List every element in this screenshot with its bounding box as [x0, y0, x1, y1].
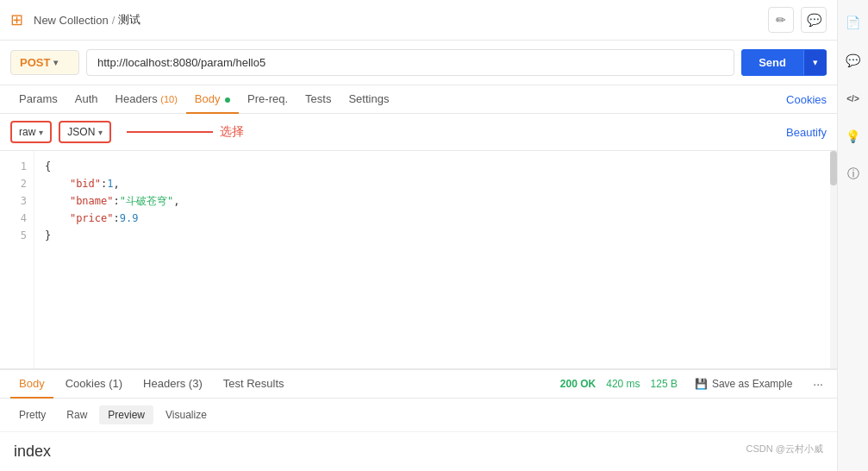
- code-content[interactable]: { "bid": 1, "bname": "斗破苍穹", "price": 9.…: [34, 151, 830, 368]
- preview-tab-visualize[interactable]: Visualize: [157, 405, 215, 424]
- send-dropdown-button[interactable]: ▾: [803, 50, 827, 75]
- headers-badge: (10): [160, 94, 178, 104]
- save-example-button[interactable]: 💾 Save as Example: [688, 374, 799, 393]
- code-line-2: "bid": 1,: [45, 175, 820, 192]
- editor-scrollbar-thumb: [830, 151, 837, 185]
- line-num-2: 2: [0, 175, 34, 192]
- request-tabs: Params Auth Headers (10) Body Pre-req. T…: [0, 85, 837, 114]
- url-input[interactable]: [86, 49, 734, 76]
- comment-button[interactable]: 💬: [801, 7, 827, 33]
- edit-button[interactable]: ✏: [768, 7, 794, 33]
- response-area: Body Cookies (1) Headers (3) Test Result…: [0, 369, 837, 471]
- breadcrumb: New Collection / 测试: [34, 12, 761, 28]
- save-icon: 💾: [695, 378, 708, 390]
- watermark-text: CSDN @云村小威: [746, 443, 823, 455]
- preview-tab-raw[interactable]: Raw: [58, 405, 96, 424]
- method-dropdown-arrow: ▾: [53, 58, 58, 67]
- preview-tab-preview[interactable]: Preview: [99, 405, 153, 424]
- editor-scrollbar[interactable]: [830, 151, 837, 368]
- tab-prereq[interactable]: Pre-req.: [239, 85, 297, 114]
- top-bar-actions: ✏ 💬: [768, 7, 827, 33]
- cookies-button[interactable]: Cookies: [786, 93, 827, 106]
- resp-tab-body[interactable]: Body: [10, 370, 53, 399]
- code-line-1: {: [45, 158, 820, 175]
- annotation-group: 选择: [127, 124, 244, 140]
- tab-body[interactable]: Body: [186, 85, 239, 114]
- sidebar-info-icon[interactable]: ⓘ: [841, 162, 865, 186]
- body-options: raw ▾ JSON ▾ 选择 Beautify: [0, 114, 837, 151]
- code-line-5: }: [45, 227, 820, 244]
- resp-tab-cookies[interactable]: Cookies (1): [57, 370, 131, 399]
- sidebar-code-icon[interactable]: </>: [841, 86, 865, 110]
- line-num-1: 1: [0, 158, 34, 175]
- response-tabs: Body Cookies (1) Headers (3) Test Result…: [0, 370, 837, 399]
- tab-params[interactable]: Params: [10, 85, 66, 114]
- annotation-line: [127, 131, 213, 133]
- response-size: 125 B: [651, 378, 678, 390]
- body-format-label: JSON: [67, 126, 95, 138]
- response-time: 420 ms: [606, 378, 640, 390]
- preview-tab-pretty[interactable]: Pretty: [10, 405, 54, 424]
- line-num-5: 5: [0, 227, 34, 244]
- save-example-label: Save as Example: [712, 378, 792, 390]
- more-options-button[interactable]: ···: [809, 374, 827, 394]
- right-sidebar: 📄 💬 </> 💡 ⓘ: [837, 0, 868, 471]
- tab-tests[interactable]: Tests: [297, 85, 340, 114]
- code-editor: 1 2 3 4 5 { "bid": 1, "bname": "斗破苍穹", "…: [0, 151, 837, 369]
- url-bar: POST ▾ Send ▾: [0, 41, 837, 85]
- line-numbers: 1 2 3 4 5: [0, 151, 34, 368]
- status-code: 200 OK: [560, 378, 596, 390]
- send-btn-group: Send ▾: [741, 49, 827, 76]
- code-line-3: "bname": "斗破苍穹",: [45, 192, 820, 210]
- code-line-4: "price": 9.9: [45, 210, 820, 227]
- resp-tab-test-results[interactable]: Test Results: [215, 370, 293, 399]
- annotation-text: 选择: [220, 124, 244, 140]
- tab-auth[interactable]: Auth: [66, 85, 107, 114]
- method-label: POST: [20, 56, 50, 69]
- body-type-select[interactable]: raw ▾: [10, 121, 52, 143]
- preview-tabs: Pretty Raw Preview Visualize: [0, 399, 837, 432]
- preview-title: index: [14, 443, 51, 461]
- body-dot: [225, 97, 230, 103]
- breadcrumb-collection: New Collection: [34, 14, 109, 27]
- sidebar-doc-icon[interactable]: 📄: [841, 10, 865, 35]
- top-bar: ⊞ New Collection / 测试 ✏ 💬: [0, 0, 837, 41]
- resp-tab-headers[interactable]: Headers (3): [134, 370, 211, 399]
- response-status-group: 200 OK 420 ms 125 B 💾 Save as Example ··…: [560, 374, 827, 394]
- body-format-arrow: ▾: [98, 128, 103, 137]
- beautify-button[interactable]: Beautify: [786, 126, 827, 139]
- tab-settings[interactable]: Settings: [340, 85, 397, 114]
- collection-icon: ⊞: [10, 10, 23, 29]
- line-num-3: 3: [0, 192, 34, 210]
- breadcrumb-current: 测试: [118, 12, 141, 28]
- body-type-label: raw: [19, 126, 35, 138]
- send-button[interactable]: Send: [741, 49, 803, 76]
- body-format-select[interactable]: JSON ▾: [59, 121, 111, 143]
- breadcrumb-separator: /: [112, 14, 116, 27]
- body-type-arrow: ▾: [39, 128, 43, 137]
- line-num-4: 4: [0, 210, 34, 227]
- method-select[interactable]: POST ▾: [10, 50, 79, 75]
- sidebar-chat-icon[interactable]: 💬: [841, 48, 865, 72]
- sidebar-bulb-icon[interactable]: 💡: [841, 124, 865, 148]
- main-area: ⊞ New Collection / 测试 ✏ 💬 POST ▾ Send ▾ …: [0, 0, 837, 471]
- tab-headers[interactable]: Headers (10): [107, 85, 186, 114]
- preview-content: index CSDN @云村小威: [0, 432, 837, 471]
